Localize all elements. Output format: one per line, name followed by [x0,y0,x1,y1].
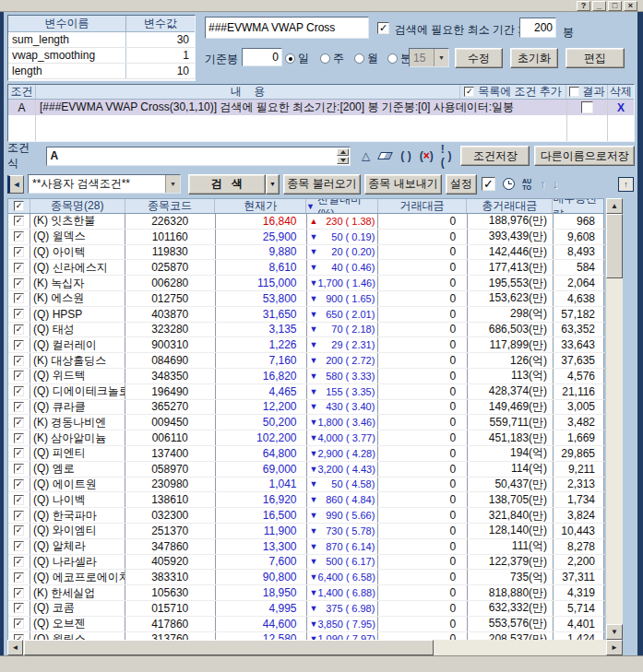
settings-button[interactable]: 설정 [446,174,477,195]
header-stock-code[interactable]: 종목코드 [125,199,216,213]
maximize-button[interactable]: □ [608,1,622,11]
popout-icon[interactable]: ↑ [618,177,634,192]
scroll-down-icon[interactable]: ▼ [606,624,623,640]
parentheses-tool-icon[interactable]: ( ) [400,149,411,162]
row-checkbox[interactable]: ✓ [14,231,24,242]
row-checkbox[interactable]: ✓ [14,263,24,273]
row-checkbox[interactable]: ✓ [14,448,24,458]
expression-input[interactable]: A [46,147,351,166]
spinner-up-icon[interactable] [337,148,349,156]
search-button[interactable]: 검 색 [188,174,266,195]
table-row[interactable]: ✓(K) 삼아알미늄006110102,200▼4,000 ( 3.77)045… [8,430,604,446]
table-row[interactable]: ✓(Q) 한국파마03230016,500▼990 ( 5.66)0321,84… [8,508,604,524]
triangle-tool-icon[interactable]: △ [362,149,370,162]
row-checkbox[interactable]: ✓ [14,603,24,613]
table-row[interactable]: ✓(K) 잇츠한불22632016,840▲230 ( 1.38)0188,97… [8,214,604,230]
auto-icon[interactable]: AUTO [522,178,531,191]
row-checkbox[interactable]: ✓ [14,402,24,412]
table-row[interactable]: ✓(Q) 나라셀라4059207,600▼500 ( 6.17)0122,379… [8,555,604,571]
close-button[interactable]: × [624,1,637,11]
table-row[interactable]: ✓(K) 대상홀딩스0846907,160▼200 ( 2.72)0126(억)… [8,353,604,369]
row-checkbox[interactable]: ✓ [14,356,24,366]
table-row[interactable]: ✓(Q) 태성3232803,135▼70 ( 2.18)0686,503(만)… [8,323,604,338]
row-checkbox[interactable]: ✓ [14,371,24,381]
eraser-tool-icon[interactable] [379,152,391,159]
table-row[interactable]: ✓(K) 한세실업10563018,950▼1,400 ( 6.88)0818,… [8,585,604,601]
sort-down-icon[interactable]: ↓ [553,177,559,191]
table-row[interactable]: ✓(Q) 신라에스지0258708,610▼40 ( 0.46)0177,413… [8,260,604,276]
row-checkbox[interactable]: ✓ [14,309,24,319]
table-row[interactable]: ✓(Q) 엠로05897069,000▼3,200 ( 4.43)0114(억)… [8,462,604,477]
row-checkbox[interactable]: ✓ [14,386,24,396]
table-row[interactable]: ✓(Q) 와이엠티25137011,900▼730 ( 5.78)0128,14… [8,524,604,539]
condition-name-input[interactable] [205,17,369,39]
scroll-left-icon[interactable]: ◄ [7,640,23,655]
minimize-button[interactable]: _ [592,1,606,11]
realtime-checkbox[interactable]: ✓ [482,177,495,191]
row-checkbox[interactable]: ✓ [14,433,24,443]
header-change[interactable]: ▼ 전일대비(%) [306,199,378,213]
result-col-header[interactable]: 결과 [566,85,608,99]
dock-left-icon[interactable]: ◄ [7,175,24,194]
row-checkbox[interactable]: ✓ [14,278,24,289]
header-total-value[interactable]: 총거래대금 [467,199,553,213]
row-checkbox[interactable]: ✓ [14,340,24,350]
table-row[interactable]: ✓(Q) 나이벡13861016,920▼860 ( 4.84)0138,705… [8,492,604,508]
row-checkbox[interactable]: ✓ [14,572,24,583]
row-checkbox[interactable]: ✓ [14,418,24,428]
condition-delete-button[interactable]: X [608,100,634,115]
row-checkbox[interactable]: ✓ [14,293,24,303]
table-row[interactable]: ✓(Q) 코콤0157104,995▼375 ( 6.98)0632,332(만… [8,601,604,617]
help-button[interactable]: ? [577,1,590,11]
scroll-up-icon[interactable]: ▲ [606,198,623,214]
base-bar-input[interactable] [242,48,282,66]
row-checkbox[interactable]: ✓ [14,464,24,474]
table-row[interactable]: ✓(K) 에스원01275053,800▼900 ( 1.65)0153,623… [8,291,604,307]
modify-button[interactable]: 수정 [455,48,503,68]
row-checkbox[interactable]: ✓ [14,525,24,536]
reset-button[interactable]: 초기화 [510,48,558,68]
row-checkbox[interactable]: ✓ [14,324,24,335]
table-row[interactable]: ✓(Q) 디에이테크놀로1964904,465▼155 ( 3.35)0428,… [8,384,604,400]
min-period-checkbox[interactable]: ✓ [377,22,389,34]
preset-dropdown[interactable]: **사용자 검색조건** ▼ [28,174,181,194]
row-checkbox[interactable]: ✓ [14,588,24,598]
not-parentheses-tool-icon[interactable]: !() [441,143,452,169]
table-row[interactable]: ✓(Q) 에이트원2309801,041▼50 ( 4.58)050,437(만… [8,477,604,493]
load-stocks-button[interactable]: 종목 불러오기 [283,174,361,195]
export-stocks-button[interactable]: 종목 내보내기 [364,174,442,195]
save-as-button[interactable]: 다른이름으로저장 [534,146,635,166]
clock-icon[interactable] [503,178,515,190]
save-condition-button[interactable]: 조건저장 [460,146,530,166]
period-radio-day[interactable]: 일 [285,51,309,66]
period-radio-week[interactable]: 주 [320,51,344,66]
table-row[interactable]: ✓(Q) 오브젠41786044,600▼3,850 ( 7.95)0553,5… [8,617,604,632]
table-row[interactable]: ✓(Q) 위드텍34835016,820▼580 ( 3.33)0113(억)4… [8,369,604,384]
table-row[interactable]: ✓(K) 녹십자006280115,000▼1,700 ( 1.46)0195,… [8,276,604,291]
table-row[interactable]: ✓(Q) 알체라34786013,300▼870 ( 6.14)0111(억)8… [8,539,604,555]
row-checkbox[interactable]: ✓ [14,541,24,551]
table-row[interactable]: ✓(Q) 윌링스31376012,580▼1,090 ( 7.97)0208,5… [8,632,604,640]
minute-dropdown[interactable]: 15 ▼ [409,48,449,67]
header-buy-volume[interactable]: 매수총잔량 [553,199,603,213]
table-row[interactable]: ✓(Q) 피엔티13740064,800▼2,900 ( 4.28)0194(억… [8,446,604,462]
row-checkbox[interactable]: ✓ [14,557,24,567]
table-row[interactable]: ✓(Q) 컬러레이9003101,226▼29 ( 2.31)0117,899(… [8,337,604,353]
condition-row-A[interactable]: A [###EVWMA VWAP Cross(30,1,10)] 검색에 필요한… [8,100,634,115]
remove-parentheses-tool-icon[interactable]: (×) [420,149,434,162]
table-row[interactable]: ✓(K) 경동나비엔00945050,200▼1,800 ( 3.46)0559… [8,415,604,430]
expression-spinner[interactable] [337,148,349,164]
row-checkbox[interactable]: ✓ [14,479,24,489]
table-row[interactable]: ✓(Q) 아이텍1198309,880▼20 ( 0.20)0142,446(만… [8,245,604,261]
spinner-down-icon[interactable] [337,157,349,164]
table-row[interactable]: ✓(Q) HPSP40387031,650▼650 ( 2.01)0298(억)… [8,307,604,323]
table-row[interactable]: ✓(Q) 윌덱스10116025,900▼50 ( 0.19)0393,439(… [8,230,604,245]
header-stock-name[interactable]: 종목명(28) [30,199,125,213]
condition-result-checkbox[interactable] [581,101,593,113]
search-options-arrow[interactable]: ▼ [266,174,280,195]
row-checkbox[interactable]: ✓ [14,216,24,226]
scroll-right-icon[interactable]: ► [606,640,623,655]
add-to-list-header[interactable]: ✓ 목록에 조건 추가 [460,85,566,99]
header-price[interactable]: 현재가 [215,199,306,213]
sort-up-icon[interactable]: ↑ [540,177,546,191]
